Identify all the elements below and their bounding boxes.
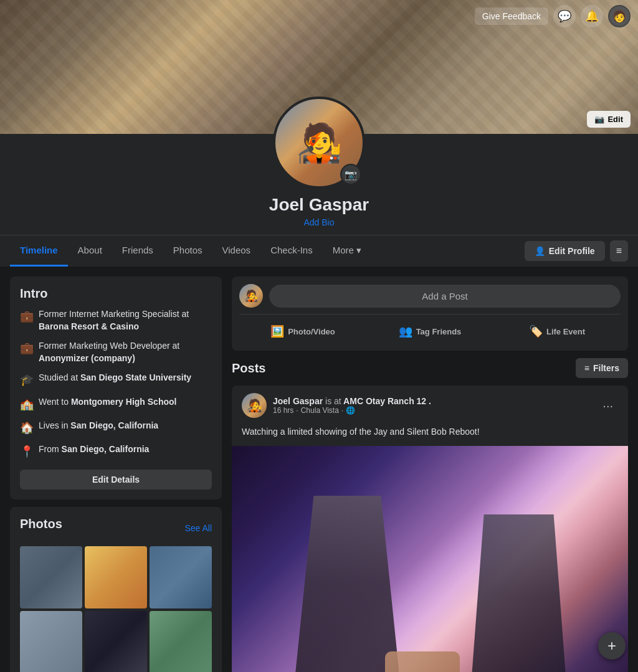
camera-icon: 📷	[594, 115, 604, 124]
intro-item-university: 🎓 Studied at San Diego State University	[20, 372, 212, 388]
tab-timeline[interactable]: Timeline	[10, 236, 68, 267]
filters-icon: ≡	[584, 363, 589, 373]
post-at-text: is at	[325, 396, 341, 406]
poster-figure-right	[469, 514, 569, 672]
photo-video-icon: 🖼️	[270, 324, 284, 338]
work-icon-2: 💼	[20, 341, 32, 356]
photo-video-action[interactable]: 🖼️ Photo/Video	[239, 319, 366, 343]
school-icon: 🏫	[20, 397, 32, 412]
post-image	[232, 446, 628, 672]
photos-grid	[20, 546, 212, 672]
post-time: 16 hrs · Chula Vista · 🌐	[273, 406, 591, 415]
messenger-icon: 💬	[558, 9, 571, 23]
tab-more[interactable]: More ▾	[323, 236, 371, 267]
top-nav: Give Feedback 💬 🔔 🧑	[467, 0, 638, 32]
cover-edit-button[interactable]: 📷 Edit	[587, 111, 631, 128]
post-text: Watching a limited showing of the Jay an…	[232, 425, 628, 446]
profile-section: 🧑‍🎤 📷 Joel Gaspar Add Bio Timeline About…	[0, 134, 638, 267]
post-more-button[interactable]: ···	[598, 396, 618, 415]
intro-title: Intro	[20, 286, 212, 301]
post-location-link[interactable]: AMC Otay Ranch 12	[343, 396, 426, 406]
nav-actions: 👤 Edit Profile ≡	[525, 235, 628, 267]
poster-figure-left	[291, 496, 403, 672]
floating-add-button[interactable]: +	[598, 632, 626, 660]
photo-thumb-5[interactable]	[85, 611, 147, 672]
tag-friends-action[interactable]: 👥 Tag Friends	[366, 319, 493, 343]
intro-card: Intro 💼 Former Internet Marketing Specia…	[10, 277, 222, 499]
edit-details-button[interactable]: Edit Details	[20, 470, 212, 490]
photos-title: Photos	[20, 517, 62, 531]
add-post-input[interactable]: Add a Post	[269, 285, 621, 308]
profile-avatar-wrap: 🧑‍🎤 📷	[273, 97, 365, 189]
profile-name: Joel Gaspar	[269, 195, 369, 215]
messenger-icon-button[interactable]: 💬	[553, 5, 576, 27]
notifications-icon-button[interactable]: 🔔	[581, 5, 603, 27]
photos-card: Photos See All	[10, 507, 222, 672]
post-author-avatar[interactable]: 🧑‍🎤	[242, 393, 267, 418]
post-meta: Joel Gaspar is at AMC Otay Ranch 12 . 16…	[273, 396, 591, 415]
photo-thumb-6[interactable]	[150, 611, 212, 672]
add-post-avatar: 🧑‍🎤	[239, 284, 263, 308]
bell-icon: 🔔	[585, 9, 599, 23]
post-author-line: Joel Gaspar is at AMC Otay Ranch 12 .	[273, 396, 591, 406]
work-icon: 💼	[20, 309, 32, 324]
tab-about[interactable]: About	[68, 236, 112, 267]
photo-thumb-2[interactable]	[85, 546, 147, 608]
photo-thumb-3[interactable]	[150, 546, 212, 608]
location-icon: 📍	[20, 444, 32, 460]
photo-thumb-4[interactable]	[20, 611, 82, 672]
add-post-top: 🧑‍🎤 Add a Post	[239, 284, 621, 308]
intro-item-home: 🏠 Lives in San Diego, California	[20, 420, 212, 436]
posts-title: Posts	[232, 361, 265, 376]
give-feedback-button[interactable]: Give Feedback	[475, 7, 548, 25]
profile-nav: Timeline About Friends Photos Videos Che…	[0, 235, 638, 267]
intro-item-from: 📍 From San Diego, California	[20, 443, 212, 460]
intro-item-developer: 💼 Former Marketing Web Developer at Anon…	[20, 340, 212, 364]
home-icon: 🏠	[20, 420, 32, 436]
posts-header: Posts ≡ Filters	[232, 358, 628, 378]
graduation-icon: 🎓	[20, 372, 32, 388]
add-post-card: 🧑‍🎤 Add a Post 🖼️ Photo/Video 👥 Tag Frie…	[232, 277, 628, 351]
chevron-down-icon: ▾	[356, 245, 361, 256]
intro-item-highschool: 🏫 Went to Montgomery High School	[20, 396, 212, 412]
poster-hand	[385, 651, 460, 672]
more-options-button[interactable]: ≡	[610, 240, 628, 262]
tab-videos[interactable]: Videos	[212, 236, 261, 267]
life-event-icon: 🏷️	[529, 324, 543, 338]
tag-friends-icon: 👥	[399, 324, 412, 338]
avatar-image: 🧑	[612, 9, 626, 23]
photo-thumb-1[interactable]	[20, 546, 82, 608]
photos-header: Photos See All	[20, 517, 212, 539]
see-all-photos-link[interactable]: See All	[184, 523, 212, 533]
tab-friends[interactable]: Friends	[112, 236, 163, 267]
user-edit-icon: 👤	[535, 246, 545, 256]
main-content: Intro 💼 Former Internet Marketing Specia…	[0, 267, 638, 672]
add-bio-link[interactable]: Add Bio	[303, 217, 334, 227]
tab-checkins[interactable]: Check-Ins	[260, 236, 323, 267]
post-card: 🧑‍🎤 Joel Gaspar is at AMC Otay Ranch 12 …	[232, 386, 628, 672]
avatar-emoji: 🧑‍🎤	[296, 121, 343, 165]
post-author-link[interactable]: Joel Gaspar	[273, 396, 323, 406]
edit-profile-button[interactable]: 👤 Edit Profile	[525, 241, 605, 261]
filters-button[interactable]: ≡ Filters	[576, 358, 628, 378]
globe-icon: 🌐	[346, 406, 355, 415]
left-column: Intro 💼 Former Internet Marketing Specia…	[10, 277, 222, 672]
life-event-action[interactable]: 🏷️ Life Event	[493, 319, 621, 343]
menu-icon: ≡	[616, 245, 622, 256]
post-header: 🧑‍🎤 Joel Gaspar is at AMC Otay Ranch 12 …	[232, 386, 628, 425]
right-column: 🧑‍🎤 Add a Post 🖼️ Photo/Video 👥 Tag Frie…	[232, 277, 628, 672]
avatar-camera-button[interactable]: 📷	[340, 164, 361, 185]
tab-photos[interactable]: Photos	[163, 236, 212, 267]
user-avatar-button[interactable]: 🧑	[608, 5, 631, 27]
camera-icon-small: 📷	[345, 169, 357, 181]
nav-tabs: Timeline About Friends Photos Videos Che…	[10, 236, 525, 267]
add-post-actions: 🖼️ Photo/Video 👥 Tag Friends 🏷️ Life Eve…	[239, 314, 621, 343]
intro-item-marketing: 💼 Former Internet Marketing Specialist a…	[20, 308, 212, 333]
